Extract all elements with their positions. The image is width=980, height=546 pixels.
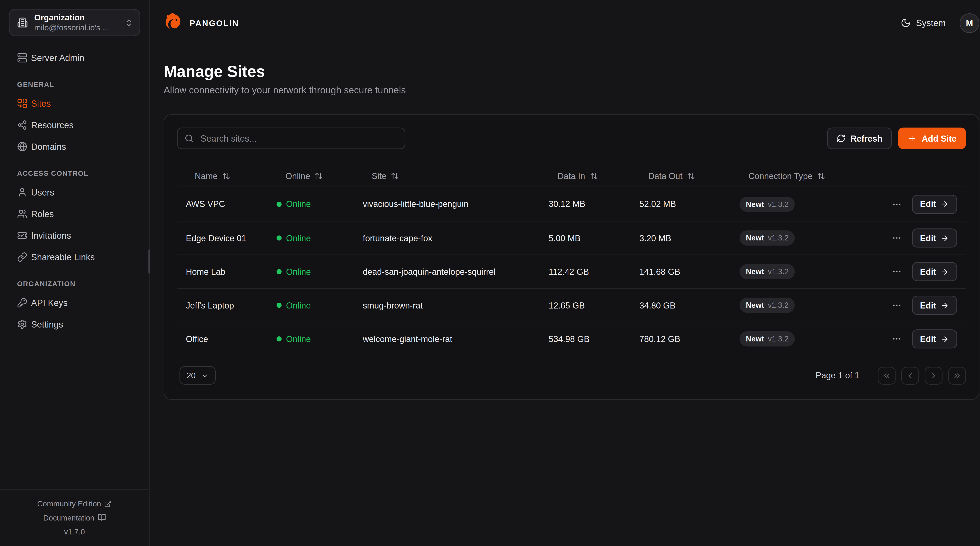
sidebar-item-server-admin[interactable]: Server Admin — [8, 50, 141, 65]
next-page-button[interactable] — [925, 367, 943, 385]
sort-icon — [687, 172, 695, 180]
sort-icon — [391, 172, 399, 180]
sites-card: Refresh Add Site Name — [164, 114, 979, 400]
sidebar-item-label: API Keys — [31, 298, 68, 308]
row-menu-button[interactable] — [891, 267, 902, 277]
column-header-name[interactable]: Name — [186, 171, 277, 180]
row-menu-button[interactable] — [891, 300, 902, 310]
app-window: Organization milo@fossorial.io's ... Ser… — [0, 0, 980, 546]
users-icon — [17, 209, 27, 219]
avatar[interactable]: M — [959, 13, 979, 33]
data-in: 534.98 GB — [549, 334, 640, 344]
site-slug: vivacious-little-blue-penguin — [363, 199, 549, 209]
documentation-label: Documentation — [43, 511, 94, 524]
row-menu-button[interactable] — [891, 233, 902, 243]
edit-button[interactable]: Edit — [912, 296, 957, 315]
sidebar-item-settings[interactable]: Settings — [8, 317, 141, 332]
site-name: Home Lab — [186, 267, 277, 276]
sidebar-item-users[interactable]: Users — [8, 185, 141, 200]
moon-icon — [901, 18, 911, 28]
sidebar-item-roles[interactable]: Roles — [8, 206, 141, 222]
sidebar-scrollbar-thumb[interactable] — [148, 249, 150, 274]
prev-page-button[interactable] — [901, 367, 919, 385]
org-selector[interactable]: Organization milo@fossorial.io's ... — [9, 9, 140, 36]
site-name: Edge Device 01 — [186, 233, 277, 243]
theme-toggle[interactable]: System — [901, 18, 946, 28]
table-row: Jeff's Laptop Online smug-brown-rat 12.6… — [177, 288, 966, 322]
status-badge: Online — [277, 233, 363, 243]
sidebar-item-sites[interactable]: Sites — [8, 96, 141, 111]
sidebar-section-access-control: ACCESS CONTROL — [8, 169, 141, 177]
page-size-select[interactable]: 20 — [180, 366, 216, 385]
sidebar-item-domains[interactable]: Domains — [8, 139, 141, 154]
sort-icon — [590, 172, 598, 180]
column-header-connection-type[interactable]: Connection Type — [740, 171, 892, 180]
ticket-check-icon — [17, 230, 27, 241]
version-label: v1.7.0 — [0, 525, 149, 538]
org-title: Organization — [34, 12, 118, 22]
refresh-button[interactable]: Refresh — [827, 128, 892, 149]
user-icon — [17, 187, 27, 198]
connection-type-badge: Newtv1.3.2 — [740, 264, 795, 279]
site-slug: smug-brown-rat — [363, 300, 549, 310]
sidebar-item-shareable-links[interactable]: Shareable Links — [8, 249, 141, 265]
last-page-button[interactable] — [948, 367, 966, 385]
page-title: Manage Sites — [164, 63, 979, 79]
external-link-icon — [104, 500, 112, 508]
sites-icon — [17, 99, 27, 109]
online-dot-icon — [277, 336, 282, 342]
site-name: AWS VPC — [186, 199, 277, 209]
column-header-online[interactable]: Online — [277, 171, 363, 180]
site-name: Office — [186, 334, 277, 344]
sidebar-item-invitations[interactable]: Invitations — [8, 228, 141, 243]
add-site-button[interactable]: Add Site — [898, 128, 966, 149]
sort-icon — [222, 172, 230, 180]
arrow-right-icon — [940, 234, 949, 242]
edit-button[interactable]: Edit — [912, 195, 957, 214]
status-badge: Online — [277, 199, 363, 209]
brand-logo-link[interactable]: PANGOLIN — [164, 12, 239, 34]
gear-icon — [17, 319, 27, 329]
sidebar-nav: Server Admin GENERAL Sites Resources Do — [0, 50, 149, 332]
topbar: PANGOLIN System M — [150, 0, 980, 46]
add-site-label: Add Site — [922, 134, 956, 143]
sidebar-item-label: Users — [31, 187, 54, 198]
site-slug: welcome-giant-mole-rat — [363, 334, 549, 344]
online-dot-icon — [277, 236, 282, 241]
page-indicator: Page 1 of 1 — [816, 371, 859, 380]
sidebar-item-resources[interactable]: Resources — [8, 118, 141, 133]
data-out: 52.02 MB — [640, 199, 740, 209]
site-slug: fortunate-cape-fox — [363, 233, 549, 243]
column-header-site[interactable]: Site — [363, 171, 549, 180]
chevron-down-icon — [201, 372, 209, 379]
brand-name: PANGOLIN — [190, 18, 239, 28]
search-input[interactable] — [199, 133, 398, 144]
sites-table: Name Online Site Data In — [177, 165, 966, 355]
card-toolbar: Refresh Add Site — [177, 128, 966, 149]
online-dot-icon — [277, 201, 282, 206]
chevrons-up-down-icon — [124, 18, 133, 27]
row-menu-button[interactable] — [891, 199, 902, 209]
first-page-button[interactable] — [878, 367, 896, 385]
arrow-right-icon — [940, 335, 949, 343]
row-menu-button[interactable] — [891, 334, 902, 344]
table-row: AWS VPC Online vivacious-little-blue-pen… — [177, 187, 966, 221]
column-header-data-in[interactable]: Data In — [549, 171, 640, 180]
community-edition-link[interactable]: Community Edition — [0, 497, 149, 511]
sidebar: Organization milo@fossorial.io's ... Ser… — [0, 0, 150, 546]
data-out: 3.20 MB — [640, 233, 740, 243]
edit-button[interactable]: Edit — [912, 228, 957, 247]
book-open-icon — [98, 513, 106, 522]
sidebar-section-organization: ORGANIZATION — [8, 280, 141, 287]
sidebar-item-api-keys[interactable]: API Keys — [8, 295, 141, 310]
data-out: 34.80 GB — [640, 300, 740, 310]
refresh-label: Refresh — [850, 134, 882, 143]
status-badge: Online — [277, 300, 363, 310]
link-icon — [17, 252, 27, 262]
column-header-data-out[interactable]: Data Out — [640, 171, 740, 180]
documentation-link[interactable]: Documentation — [0, 511, 149, 524]
data-in: 5.00 MB — [549, 233, 640, 243]
resources-icon — [17, 120, 27, 130]
edit-button[interactable]: Edit — [912, 262, 957, 281]
edit-button[interactable]: Edit — [912, 329, 957, 348]
